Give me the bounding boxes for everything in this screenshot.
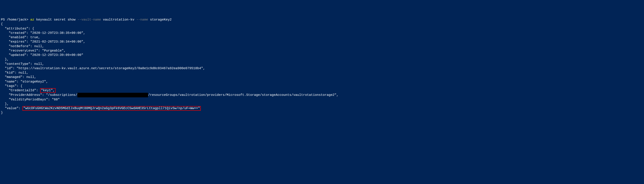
json-close: } xyxy=(1,111,3,115)
json-name: "name": "storageKey2", xyxy=(1,80,48,84)
json-expires: "expires": "2021-02-26T23:38:34+00:00", xyxy=(1,40,85,44)
json-provideraddress-post: /resourceGroups/vaultrotation/providers/… xyxy=(148,93,338,97)
highlight-value: "wUcDFsGHGtWa2KzvND5MGdIJxBuqMt88MQJrwQn… xyxy=(22,106,201,111)
json-provideraddress-pre: "ProviderAddress": "/subscriptions/ xyxy=(1,93,78,97)
json-validityperioddays: "ValidityPeriodDays": "60" xyxy=(1,98,60,101)
json-contenttype: "contentType": null, xyxy=(1,62,44,66)
json-recoverylevel: "recoveryLevel": "Purgeable", xyxy=(1,49,66,53)
json-updated: "updated": "2020-12-29T23:39:09+00:00" xyxy=(1,53,83,57)
json-tags-close: }, xyxy=(1,102,9,106)
json-attributes: "attributes": { xyxy=(1,27,34,31)
prompt-path: /home/jack> xyxy=(7,18,28,22)
redacted-subscription xyxy=(78,93,148,97)
json-notbefore: "notBefore": null, xyxy=(1,45,44,48)
prompt-ps: PS xyxy=(1,18,5,22)
flag-vault-name: --vault-name xyxy=(78,18,101,22)
highlight-credentialid: "key1", xyxy=(40,88,56,93)
json-credentialid-label: "CredentialId": xyxy=(1,89,40,92)
json-credentialid-value: "key1", xyxy=(41,89,55,92)
json-created: "created": "2020-12-29T23:38:35+00:00", xyxy=(1,31,85,35)
command-subcmd: keyvault secret show xyxy=(36,18,76,22)
json-id: "id": "https://vaultrotation-kv.vault.az… xyxy=(1,67,205,70)
json-open: { xyxy=(1,22,3,26)
flag-name: --name xyxy=(136,18,148,22)
value-name: storageKey2 xyxy=(150,18,172,22)
json-kid: "kid": null, xyxy=(1,71,28,75)
json-value-content: "wUcDFsGHGtWa2KzvND5MGdIJxBuqMt88MQJrwQn… xyxy=(23,106,200,110)
json-tags: "tags": { xyxy=(1,84,22,88)
json-value-label: "value": xyxy=(1,106,22,110)
terminal-window[interactable]: PS /home/jack> az keyvault secret show -… xyxy=(0,18,644,115)
json-enabled: "enabled": true, xyxy=(1,36,40,39)
json-managed: "managed": null, xyxy=(1,75,36,79)
value-vault-name: vaultrotation-kv xyxy=(103,18,134,22)
command-az: az xyxy=(30,18,34,22)
json-attributes-close: }, xyxy=(1,58,9,61)
